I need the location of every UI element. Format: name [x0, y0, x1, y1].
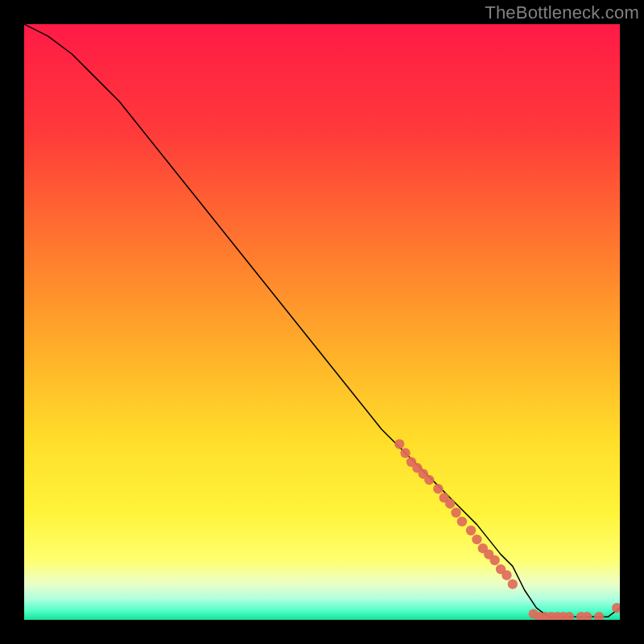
highlight-dot [400, 448, 410, 458]
highlight-dot [508, 579, 518, 588]
chart-frame: TheBottleneck.com [0, 0, 644, 644]
plot-svg [24, 24, 620, 620]
highlight-dot [394, 440, 404, 449]
plot-area [24, 24, 620, 620]
highlight-dot [466, 526, 476, 535]
highlight-dot [502, 570, 511, 580]
gradient-background [24, 24, 620, 620]
highlight-dot [424, 475, 434, 485]
highlight-dot [489, 555, 499, 565]
highlight-dot [457, 517, 467, 526]
highlight-dot [451, 508, 460, 518]
highlight-dot [433, 484, 443, 493]
highlight-dot [472, 535, 481, 544]
watermark-text: TheBottleneck.com [485, 2, 639, 23]
highlight-dot [445, 499, 455, 509]
